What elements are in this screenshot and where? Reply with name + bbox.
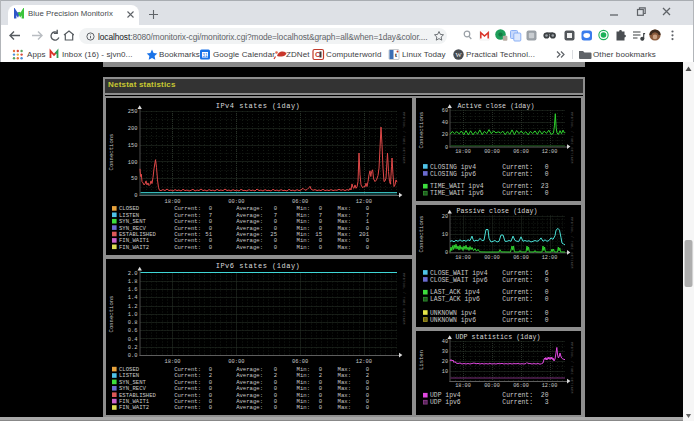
- svg-text:0: 0: [545, 277, 549, 284]
- svg-text:UNKNOWN ipv4: UNKNOWN ipv4: [430, 310, 476, 317]
- svg-text:0: 0: [366, 244, 370, 251]
- svg-text:06:00: 06:00: [292, 359, 308, 365]
- svg-text:60: 60: [442, 108, 448, 114]
- svg-text:2.0: 2.0: [128, 271, 138, 277]
- svg-text:100: 100: [128, 160, 138, 166]
- svg-text:0: 0: [445, 145, 448, 151]
- svg-text:23: 23: [541, 183, 549, 190]
- svg-text:UDP statistics (1day): UDP statistics (1day): [455, 334, 540, 341]
- svg-text:0.6: 0.6: [128, 328, 138, 334]
- svg-text:CLOSING ipv4: CLOSING ipv4: [430, 164, 476, 171]
- svg-text:50: 50: [131, 176, 137, 182]
- svg-text:CLOSING ipv6: CLOSING ipv6: [430, 171, 476, 178]
- svg-text:00:00: 00:00: [484, 255, 500, 261]
- svg-text:IPv4 states (1day): IPv4 states (1day): [216, 102, 301, 110]
- svg-text:Max:: Max:: [338, 404, 351, 411]
- svg-text:Min:: Min:: [297, 244, 310, 251]
- svg-text:18:00: 18:00: [455, 149, 471, 155]
- svg-text:20: 20: [442, 359, 448, 365]
- svg-text:1.4: 1.4: [128, 295, 138, 301]
- svg-text:12:00: 12:00: [542, 255, 558, 261]
- svg-text:Current:: Current:: [502, 270, 533, 277]
- svg-text:3: 3: [545, 399, 549, 406]
- svg-text:UDP ipv4: UDP ipv4: [430, 392, 461, 399]
- svg-text:12:00: 12:00: [356, 199, 372, 205]
- svg-text:18:00: 18:00: [455, 383, 471, 389]
- svg-text:0: 0: [319, 244, 323, 251]
- svg-text:IPv6 states (1day): IPv6 states (1day): [216, 262, 301, 270]
- svg-text:0.2: 0.2: [128, 345, 138, 351]
- svg-text:0.8: 0.8: [128, 320, 138, 326]
- svg-text:Average:: Average:: [236, 244, 263, 251]
- svg-text:Current:: Current:: [502, 183, 533, 190]
- svg-text:18:00: 18:00: [455, 255, 471, 261]
- svg-text:RRDTOOL / TOBI OETIKER: RRDTOOL / TOBI OETIKER: [570, 112, 574, 164]
- svg-text:0: 0: [545, 164, 549, 171]
- svg-text:12:00: 12:00: [542, 383, 558, 389]
- svg-text:06:00: 06:00: [292, 199, 308, 205]
- svg-text:0: 0: [445, 250, 448, 256]
- svg-text:6: 6: [545, 270, 549, 277]
- svg-text:Current:: Current:: [174, 244, 201, 251]
- svg-text:20: 20: [442, 214, 448, 220]
- svg-text:40: 40: [442, 120, 448, 126]
- svg-text:Current:: Current:: [502, 277, 533, 284]
- svg-text:Connections: Connections: [418, 112, 425, 149]
- svg-text:0: 0: [545, 317, 549, 324]
- svg-text:FIN_WAIT2: FIN_WAIT2: [119, 244, 149, 251]
- svg-text:TIME_WAIT ipv6: TIME_WAIT ipv6: [430, 190, 484, 197]
- svg-text:Average:: Average:: [236, 404, 263, 411]
- svg-text:18:00: 18:00: [164, 359, 180, 365]
- svg-text:0: 0: [209, 404, 213, 411]
- svg-text:40: 40: [442, 339, 448, 345]
- svg-text:Current:: Current:: [502, 392, 533, 399]
- svg-text:00:00: 00:00: [484, 149, 500, 155]
- svg-text:200: 200: [128, 126, 138, 132]
- svg-text:Current:: Current:: [502, 296, 533, 303]
- svg-text:Current:: Current:: [502, 317, 533, 324]
- svg-text:TIME_WAIT ipv4: TIME_WAIT ipv4: [430, 183, 484, 190]
- svg-text:0: 0: [274, 244, 278, 251]
- svg-text:UNKNOWN ipv6: UNKNOWN ipv6: [430, 317, 476, 324]
- svg-text:0: 0: [209, 244, 213, 251]
- svg-text:06:00: 06:00: [513, 149, 529, 155]
- svg-text:150: 150: [128, 143, 138, 149]
- svg-text:RRDTOOL / TOBI OETIKER: RRDTOOL / TOBI OETIKER: [402, 273, 406, 325]
- svg-text:30: 30: [442, 349, 448, 355]
- svg-text:0: 0: [545, 296, 549, 303]
- svg-text:RRDTOOL / TOBI OETIKER: RRDTOOL / TOBI OETIKER: [570, 342, 574, 394]
- svg-text:250: 250: [128, 109, 138, 115]
- svg-text:CLOSE_WAIT ipv4: CLOSE_WAIT ipv4: [430, 270, 488, 277]
- svg-text:18:00: 18:00: [164, 199, 180, 205]
- svg-text:FIN_WAIT2: FIN_WAIT2: [119, 404, 149, 411]
- svg-text:0: 0: [545, 190, 549, 197]
- svg-text:Max:: Max:: [338, 244, 351, 251]
- svg-text:Current:: Current:: [174, 404, 201, 411]
- svg-text:0: 0: [134, 193, 137, 199]
- svg-text:1.8: 1.8: [128, 279, 138, 285]
- svg-text:1.6: 1.6: [128, 287, 138, 293]
- svg-text:0: 0: [274, 404, 278, 411]
- svg-text:10: 10: [442, 232, 448, 238]
- svg-text:0: 0: [319, 404, 323, 411]
- svg-text:12:00: 12:00: [542, 149, 558, 155]
- svg-text:Current:: Current:: [502, 399, 533, 406]
- svg-text:0: 0: [545, 289, 549, 296]
- svg-text:Current:: Current:: [502, 289, 533, 296]
- svg-text:0: 0: [545, 310, 549, 317]
- svg-text:Current:: Current:: [502, 171, 533, 178]
- svg-text:LAST_ACK ipv4: LAST_ACK ipv4: [430, 289, 480, 296]
- svg-text:0: 0: [545, 171, 549, 178]
- svg-text:Active close (1day): Active close (1day): [457, 103, 534, 110]
- svg-text:12:00: 12:00: [356, 359, 372, 365]
- svg-text:00:00: 00:00: [228, 199, 244, 205]
- svg-text:20: 20: [541, 392, 549, 399]
- svg-text:Current:: Current:: [502, 164, 533, 171]
- svg-text:Connections: Connections: [418, 216, 425, 253]
- svg-text:Current:: Current:: [502, 310, 533, 317]
- svg-text:RRDTOOL / TOBI OETIKER: RRDTOOL / TOBI OETIKER: [402, 112, 406, 164]
- svg-text:1.0: 1.0: [128, 312, 138, 318]
- svg-text:Listen: Listen: [418, 350, 425, 370]
- svg-text:UDP ipv6: UDP ipv6: [430, 399, 461, 406]
- svg-text:0.0: 0.0: [128, 353, 138, 359]
